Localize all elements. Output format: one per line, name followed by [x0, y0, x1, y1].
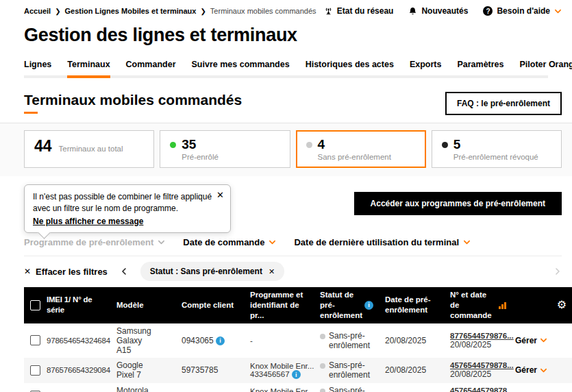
clear-filters-label: Effacer les filtres: [36, 267, 108, 277]
top-bar: Accueil ❯ Gestion Lignes Mobiles et term…: [0, 0, 572, 16]
help-link[interactable]: ? Besoin d'aide: [483, 6, 562, 16]
manage-button[interactable]: Gérer: [515, 365, 551, 375]
stat-label: Pré-enrôlé: [182, 153, 279, 161]
select-all-checkbox[interactable]: [30, 300, 40, 310]
tab-exports[interactable]: Exports: [410, 60, 442, 75]
tab-commander[interactable]: Commander: [126, 60, 176, 75]
breadcrumb: Accueil ❯ Gestion Lignes Mobiles et term…: [24, 7, 316, 15]
order-date: 20/08/2025: [450, 369, 510, 379]
row-checkbox[interactable]: [30, 335, 40, 345]
col-imei: IMEI 1/ N° de série: [47, 292, 116, 318]
breadcrumb-item-gestion[interactable]: Gestion Lignes Mobiles et terminaux: [65, 7, 197, 15]
stat-card-pre-enrole[interactable]: 35 Pré-enrôlé: [160, 130, 290, 168]
stat-label: Pré-enrôlement révoqué: [453, 153, 551, 161]
access-programs-button[interactable]: Accéder aux programmes de pré-enrôlement: [354, 192, 562, 215]
filter-date-commande-dropdown[interactable]: Date de commande: [183, 237, 276, 247]
order-number-link[interactable]: 4576544579878...: [450, 361, 510, 369]
stat-value: 35: [182, 137, 196, 152]
green-dot-icon: [170, 142, 176, 148]
order-number-link[interactable]: 8776544579876...: [450, 332, 510, 340]
tab-bar: Lignes Terminaux Commander Suivre mes co…: [24, 60, 548, 78]
close-icon[interactable]: ✕: [269, 267, 275, 276]
chevron-down-icon: [463, 238, 471, 246]
chevron-down-icon: [269, 238, 276, 246]
info-icon[interactable]: i: [364, 301, 373, 310]
chevron-right-icon[interactable]: [554, 267, 562, 275]
stat-card-total[interactable]: 44 Terminaux au total: [24, 130, 154, 168]
status-label: Sans-pré-enrôlement: [329, 331, 380, 350]
notice-text: Il n'est pas possible de combiner le fil…: [33, 191, 212, 215]
filter-row: Programme de pré-enrôlement Date de comm…: [24, 237, 548, 247]
news-label: Nouveautés: [421, 6, 468, 16]
order-number-link[interactable]: 4576544579878...: [450, 387, 510, 392]
filter-date-utilisation-dropdown[interactable]: Date de dernière utilisation du terminal: [294, 237, 471, 247]
status-label: Sans-pré-enrôlement: [329, 386, 380, 392]
filter-label: Date de commande: [183, 237, 264, 247]
breadcrumb-separator: ❯: [200, 8, 206, 15]
antenna-icon: [324, 7, 333, 16]
preenrollment-date-cell: 20/08/2025: [385, 363, 450, 378]
sort-icon[interactable]: [499, 302, 506, 309]
order-cell: 4576544579878...20/08/2025: [450, 384, 515, 392]
info-icon[interactable]: i: [292, 370, 301, 379]
filter-notice-tooltip: ✕ Il n'est pas possible de combiner le f…: [24, 184, 231, 233]
chevron-down-icon: [540, 336, 547, 344]
status-dot-icon: [320, 389, 325, 392]
stat-label: Sans pré-enrôlement: [318, 153, 416, 161]
model-cell: Samsung GalaxyA15: [116, 323, 182, 358]
col-statut: Statut de pré-enrôlement: [320, 290, 361, 321]
chevron-down-icon: [540, 367, 547, 374]
account-cell: 90627453: [182, 388, 250, 392]
stat-value: 5: [453, 137, 461, 152]
col-modele: Modèle: [116, 297, 182, 313]
stats-strip: 44 Terminaux au total 35 Pré-enrôlé 4 Sa…: [0, 123, 572, 176]
table-row: 978654654324684Samsung GalaxyA150943065 …: [24, 323, 572, 358]
dismiss-notice-link[interactable]: Ne plus afficher ce message: [33, 216, 143, 228]
news-link[interactable]: Nouveautés: [408, 6, 468, 16]
tab-piloter-orange[interactable]: Piloter Orange Busi...: [520, 60, 572, 75]
chevron-left-icon[interactable]: [120, 267, 128, 275]
tab-historiques[interactable]: Historiques des actes: [306, 60, 394, 75]
info-icon[interactable]: i: [216, 336, 225, 345]
tab-lignes[interactable]: Lignes: [24, 60, 51, 75]
breadcrumb-item-home[interactable]: Accueil: [24, 7, 51, 15]
stat-label: Terminaux au total: [59, 145, 123, 153]
preenrollment-date-cell: 20/08/2025: [385, 333, 450, 348]
faq-button[interactable]: FAQ : le pré-enrôlement: [445, 92, 562, 115]
filter-chip-statut[interactable]: Statut : Sans pré-enrôlement ✕: [140, 262, 284, 281]
tab-parametres[interactable]: Paramètres: [457, 60, 503, 75]
breadcrumb-item-current: Terminaux mobiles commandés: [210, 7, 316, 15]
program-cell: Knox Mobile Enr...433456567 i: [250, 384, 320, 392]
stat-card-sans-pre-enrolement[interactable]: 4 Sans pré-enrôlement: [296, 130, 426, 168]
stat-card-revoque[interactable]: 5 Pré-enrôlement révoqué: [432, 130, 562, 168]
chips-row: ✕ Effacer les filtres Statut : Sans pré-…: [24, 256, 562, 287]
tab-terminaux[interactable]: Terminaux: [67, 60, 110, 75]
network-status-label: Etat du réseau: [337, 6, 394, 16]
chevron-down-icon: [158, 238, 165, 246]
col-programme: Programme et identifiant de pr...: [250, 287, 320, 323]
filter-programme-dropdown: Programme de pré-enrôlement: [24, 237, 165, 247]
network-status-link[interactable]: Etat du réseau: [324, 6, 394, 16]
table-row: 678076654329084MotorolaMoto G5490627453K…: [24, 383, 572, 392]
close-icon[interactable]: ✕: [216, 191, 224, 199]
imei-cell: 978654654324684: [47, 334, 116, 347]
manage-button[interactable]: Gérer: [515, 336, 551, 345]
model-cell: GooglePixel 7: [116, 358, 182, 382]
order-cell: 4576544579878...20/08/2025: [450, 358, 515, 382]
clear-filters-button[interactable]: ✕ Effacer les filtres: [24, 267, 108, 277]
help-label: Besoin d'aide: [497, 6, 550, 16]
chevron-down-icon: [554, 8, 562, 15]
tab-suivre-commandes[interactable]: Suivre mes commandes: [192, 60, 290, 75]
page-title: Gestion des lignes et terminaux: [24, 25, 548, 46]
gear-icon[interactable]: ⚙: [557, 299, 567, 310]
table-body: 978654654324684Samsung GalaxyA150943065 …: [24, 323, 572, 392]
account-cell: 59735785: [182, 363, 250, 378]
manage-label: Gérer: [515, 365, 537, 375]
order-cell: 8776544579876...20/08/2025: [450, 329, 515, 352]
model-cell: MotorolaMoto G54: [116, 383, 182, 392]
imei-cell: 876576654329084: [47, 363, 116, 377]
row-checkbox[interactable]: [30, 365, 40, 376]
imei-cell: 678076654329084: [47, 389, 116, 392]
stat-value: 44: [34, 137, 52, 156]
manage-label: Gérer: [515, 336, 537, 345]
